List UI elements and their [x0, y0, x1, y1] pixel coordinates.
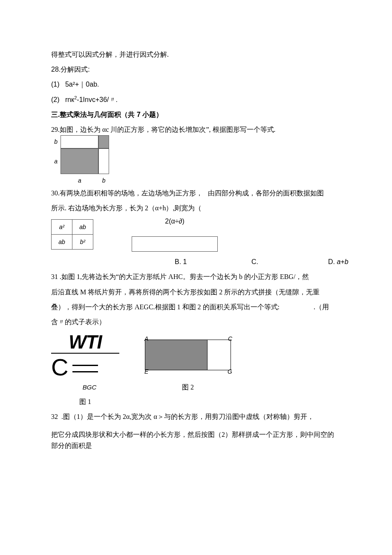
q30-square: a² ab ab b²: [51, 219, 93, 250]
q31-line3: 叠），得到一个大的长方形 AEGC.根据图 1 和图 2 的面积关系写出一个等式…: [51, 299, 341, 314]
q32-line2: 把它分成四块形状和大小都一样的小长方形，然后按图（2）那样拼成一个正方形，则中间…: [51, 429, 341, 440]
wti-text: WTI: [51, 332, 119, 353]
bgc-label: BGC: [51, 380, 119, 394]
cell-ab: ab: [72, 220, 93, 235]
page: 得整式可以因式分解，并进行因式分解. 28.分解因式: (1) 5a²+｜0ab…: [0, 0, 392, 477]
q30-line1: 30.有两块总面积相等的场地，左边场地为正方形， 由四部分构成，各部分的面积数据…: [51, 186, 341, 200]
q31-figure2: A C E G 图 2: [145, 332, 231, 395]
q28-title: 28.分解因式:: [51, 62, 341, 77]
q30-rect-label: 2(α÷∂): [132, 217, 218, 225]
q30-rectangle: [132, 236, 218, 252]
label-b: b: [51, 135, 61, 148]
corner-a: A: [144, 332, 148, 346]
q30-figures: a² ab ab b² 2(α÷∂): [51, 217, 341, 252]
q31-line1: 31 .如图 1,先将边长为“的大正方形纸片 AHC。剪去一个边长为 b 的小正…: [51, 269, 341, 284]
cell-ab2: ab: [52, 235, 72, 250]
fig1-caption: 图 1: [51, 394, 119, 409]
q32-line3: 部分的面积是: [51, 440, 341, 451]
choice-b: B. 1: [175, 254, 251, 269]
fig2-caption: 图 2: [145, 380, 231, 395]
q31-line2: 后沿直线 M 将纸片剪开，再将所得的两个长方形按如图 2 所示的方式拼接（无缝隙…: [51, 285, 341, 299]
cell-a2: a²: [52, 220, 72, 235]
q28-part1: (1) 5a²+｜0ab.: [51, 77, 341, 92]
cell-b2: b²: [72, 235, 93, 250]
label-a: a: [51, 148, 61, 174]
q28-part2: (2) rnк2-1Invc+36/〃.: [51, 92, 341, 107]
corner-c: C: [228, 332, 232, 346]
q29-text: 29.如图，边长为 αc 川的正方形，将它的边长增加次”, 根据图形写一个等式.: [51, 122, 341, 137]
choice-d: D. a+b: [328, 254, 349, 269]
q31-figure1: WTI C BGC 图 1: [51, 332, 119, 409]
corner-g: G: [228, 365, 232, 378]
text-line: 得整式可以因式分解，并进行因式分解.: [51, 47, 341, 62]
q31-line4: 含〃的式子表示）: [51, 314, 341, 329]
q31-figures: WTI C BGC 图 1 A C E G 图 2: [51, 332, 341, 409]
q32-line1: 32 .图（1）是一个长为 2α,宽为次 α＞与的长方形，用剪刀沿图中虚线（对称…: [51, 409, 341, 424]
corner-e: E: [144, 365, 148, 378]
q30-rect-wrap: 2(α÷∂): [132, 217, 218, 252]
section3-heading: 三.整式乘法与几何面积（共 7 小题）: [51, 107, 341, 122]
q30-choices: B. 1 C. D. a+b: [51, 254, 341, 269]
q29-figure: b a a b: [51, 135, 109, 187]
choice-c: C.: [251, 254, 328, 269]
big-c: C: [51, 355, 68, 379]
equal-marks: [72, 360, 98, 375]
q30-line2: 所示. 右边场地为长方形，长为 2（α+h）,则宽为（: [51, 200, 341, 215]
rect-aegc: A C E G: [145, 340, 231, 370]
